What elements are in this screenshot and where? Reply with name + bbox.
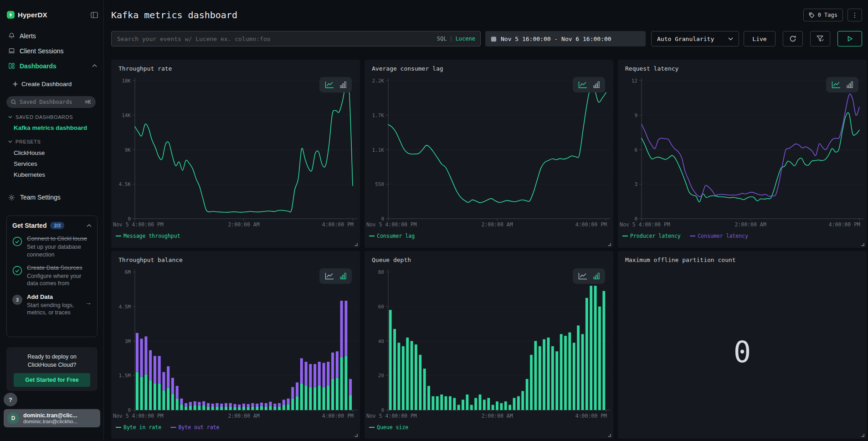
get-started-free-button[interactable]: Get Started for Free: [14, 373, 90, 387]
step-create-data-sources[interactable]: Create Data Sources Configure where your…: [12, 264, 92, 287]
chart-panel-queue-depth: Queue depth020406080Nov 5 4:00:00 PM2:00…: [365, 251, 613, 439]
panel-resize-handle[interactable]: [354, 242, 358, 246]
more-options-button[interactable]: ⋮: [847, 9, 862, 21]
date-range-picker[interactable]: Nov 5 16:00:00 - Nov 6 16:00:00: [485, 31, 646, 46]
panel-resize-handle[interactable]: [607, 433, 611, 437]
bell-icon: [8, 32, 15, 39]
line-chart-toggle-button[interactable]: [832, 81, 841, 88]
svg-text:6: 6: [634, 147, 637, 153]
sidebar: HyperDX Alerts Client Sessions Dashboard…: [0, 0, 104, 441]
panel-resize-handle[interactable]: [607, 242, 611, 246]
sidebar-item-clickhouse[interactable]: ClickHouse: [14, 149, 45, 156]
chevron-down-icon: [8, 140, 12, 143]
panel-title: Maximum offline partition count: [625, 256, 736, 263]
saved-dashboards-search-input[interactable]: [20, 99, 85, 105]
granularity-value: Auto Granularity: [657, 36, 714, 42]
chart-type-toggle: [573, 268, 605, 284]
live-button[interactable]: Live: [744, 31, 776, 46]
gear-icon: [8, 194, 15, 201]
sidebar-item-label: Alerts: [20, 32, 36, 40]
sql-toggle[interactable]: SQL: [437, 36, 447, 42]
query-language-toggle: SQL | Lucene: [437, 31, 475, 46]
svg-text:1.5M: 1.5M: [119, 373, 131, 379]
sidebar-item-client-sessions[interactable]: Client Sessions: [0, 43, 103, 58]
chart-panel-request-latency: Request latency036912Nov 5 4:00:00 PM2:0…: [618, 60, 867, 248]
step-add-data[interactable]: 3 Add Data Start sending logs, metrics, …: [12, 293, 92, 317]
bar-chart-toggle-button[interactable]: [340, 272, 346, 280]
sidebar-item-services[interactable]: Services: [14, 160, 37, 167]
legend-item[interactable]: Message throughput: [116, 233, 180, 239]
sidebar-item-kubernetes[interactable]: Kubernetes: [14, 171, 45, 178]
metric-number: 0: [618, 335, 867, 369]
team-settings-button[interactable]: Team Settings: [8, 194, 61, 201]
run-query-button[interactable]: [837, 31, 862, 46]
sidebar-nav: Alerts Client Sessions Dashboards: [0, 28, 103, 73]
sidebar-item-alerts[interactable]: Alerts: [0, 28, 103, 43]
refresh-icon: [789, 35, 796, 42]
bar-chart-toggle-button[interactable]: [593, 81, 600, 88]
legend-item[interactable]: Byte in rate: [116, 424, 161, 431]
svg-text:Byte out rate: Byte out rate: [178, 424, 219, 431]
chevron-up-icon[interactable]: [87, 224, 92, 227]
saved-dashboards-search[interactable]: ⌘K: [6, 96, 96, 108]
presets-header[interactable]: PRESETS: [8, 139, 41, 144]
tags-button[interactable]: 0 Tags: [803, 9, 843, 21]
sidebar-item-kafka-dashboard[interactable]: Kafka metrics dashboard: [14, 124, 87, 131]
help-button[interactable]: ?: [4, 393, 17, 406]
create-dashboard-button[interactable]: Create Dashboard: [13, 81, 72, 87]
sidebar-item-label: Dashboards: [20, 62, 56, 70]
step-title: Connect to ClickHouse: [27, 235, 92, 242]
line-chart-toggle-button[interactable]: [578, 272, 587, 280]
refresh-button[interactable]: [783, 31, 803, 46]
svg-text:Nov 5 4:00:00 PM: Nov 5 4:00:00 PM: [113, 413, 164, 419]
svg-text:4:00:00 PM: 4:00:00 PM: [322, 221, 354, 228]
main-area: Kafka metrics dashboard 0 Tags ⋮ SQL | L…: [104, 0, 868, 441]
chart-type-toggle: [319, 77, 352, 92]
svg-text:Byte in rate: Byte in rate: [123, 424, 161, 431]
lucene-toggle[interactable]: Lucene: [456, 36, 475, 42]
legend-item[interactable]: Consumer latency: [690, 233, 748, 239]
bar-chart-toggle-button[interactable]: [340, 81, 346, 88]
step-connect-clickhouse[interactable]: Connect to ClickHouse Set up your databa…: [12, 235, 92, 258]
bar-chart-toggle-button[interactable]: [593, 272, 600, 280]
panel-resize-handle[interactable]: [861, 433, 864, 437]
svg-text:550: 550: [375, 181, 384, 187]
deploy-text-line2: ClickHouse Cloud?: [11, 361, 93, 369]
check-circle-icon: [12, 264, 22, 287]
avatar: D: [7, 412, 19, 424]
line-chart-toggle-button[interactable]: [325, 81, 334, 88]
svg-text:3: 3: [634, 181, 637, 187]
svg-text:4:00:00 PM: 4:00:00 PM: [575, 221, 607, 228]
granularity-select[interactable]: Auto Granularity: [651, 31, 739, 46]
svg-text:1.7K: 1.7K: [372, 113, 385, 118]
line-chart-toggle-button[interactable]: [325, 272, 334, 280]
event-search-input[interactable]: [111, 31, 481, 46]
filter-button[interactable]: [810, 31, 830, 46]
legend-item[interactable]: Consumer lag: [369, 233, 415, 239]
step-title: Create Data Sources: [27, 264, 92, 272]
svg-text:40: 40: [378, 338, 384, 344]
svg-text:9K: 9K: [125, 147, 131, 153]
sidebar-item-dashboards[interactable]: Dashboards: [0, 58, 103, 73]
legend-item[interactable]: Byte out rate: [170, 424, 219, 431]
legend-item[interactable]: Queue size: [369, 424, 408, 431]
legend-item[interactable]: Producer latency: [622, 233, 681, 239]
line-chart-toggle-button[interactable]: [578, 81, 587, 88]
svg-text:Producer latency: Producer latency: [630, 233, 681, 239]
user-menu[interactable]: D dominic.tran@clic... dominic.tran@clic…: [4, 409, 100, 427]
step-number-icon: 3: [12, 293, 22, 317]
brand-name: HyperDX: [18, 11, 47, 19]
svg-text:Nov 5 4:00:00 PM: Nov 5 4:00:00 PM: [113, 221, 164, 228]
saved-dashboards-header[interactable]: SAVED DASHBOARDS: [8, 114, 73, 120]
event-search: SQL | Lucene: [111, 31, 481, 46]
sidebar-collapse-icon[interactable]: [91, 12, 98, 18]
panel-resize-handle[interactable]: [861, 242, 864, 246]
svg-text:Consumer latency: Consumer latency: [698, 233, 748, 239]
svg-text:60: 60: [378, 304, 384, 310]
check-circle-icon: [12, 235, 22, 258]
panel-resize-handle[interactable]: [354, 433, 358, 437]
svg-text:2:00:00 AM: 2:00:00 AM: [481, 221, 513, 228]
bar-chart-toggle-button[interactable]: [847, 81, 853, 88]
svg-text:1.1K: 1.1K: [372, 147, 385, 153]
play-icon: [847, 36, 853, 41]
